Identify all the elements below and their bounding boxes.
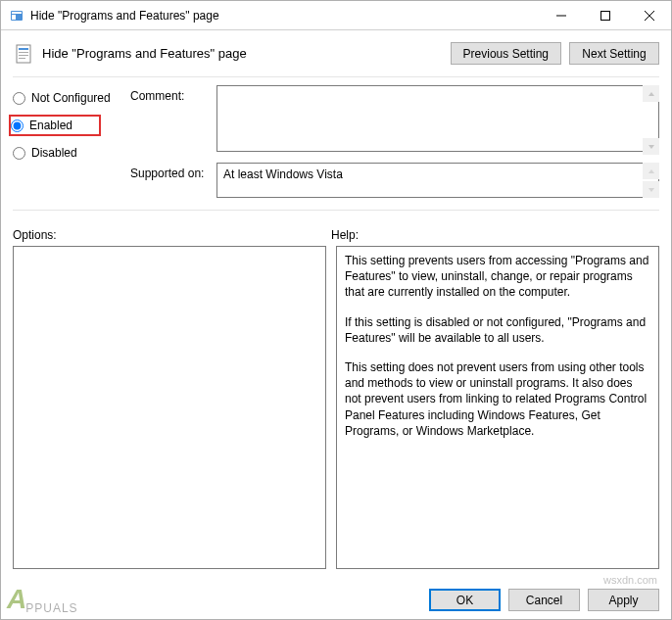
help-pane: This setting prevents users from accessi…: [336, 246, 659, 569]
help-label: Help:: [331, 228, 659, 242]
radio-enabled-label: Enabled: [29, 119, 72, 132]
svg-rect-8: [19, 48, 28, 50]
svg-rect-7: [17, 45, 30, 63]
titlebar: Hide "Programs and Features" page: [1, 1, 671, 30]
supported-label: Supported on:: [130, 163, 216, 198]
app-icon: [9, 8, 24, 24]
policy-icon: [13, 43, 34, 65]
help-paragraph: This setting does not prevent users from…: [345, 359, 650, 439]
svg-rect-9: [19, 52, 28, 53]
svg-rect-2: [12, 15, 16, 20]
svg-rect-4: [600, 11, 609, 20]
radio-not-configured-input[interactable]: [13, 92, 25, 105]
supported-scrollbar: [643, 163, 659, 198]
radio-disabled[interactable]: Disabled: [13, 144, 130, 162]
svg-rect-11: [19, 58, 25, 59]
header: Hide "Programs and Features" page Previo…: [1, 30, 671, 72]
maximize-button[interactable]: [583, 1, 627, 29]
comment-textarea[interactable]: [216, 85, 659, 152]
cancel-button[interactable]: Cancel: [508, 589, 580, 611]
radio-enabled-input[interactable]: [11, 119, 24, 132]
divider: [13, 76, 659, 77]
scroll-up-icon: [643, 163, 659, 179]
svg-rect-10: [19, 55, 28, 56]
radio-not-configured-label: Not Configured: [31, 91, 111, 105]
close-button[interactable]: [627, 1, 671, 29]
scroll-down-icon[interactable]: [643, 138, 659, 155]
watermark-site: wsxdn.com: [603, 574, 657, 586]
help-paragraph: This setting prevents users from accessi…: [345, 253, 650, 301]
window-title: Hide "Programs and Features" page: [30, 9, 539, 23]
watermark-text: PPUALS: [25, 601, 77, 615]
scroll-down-icon: [643, 181, 659, 198]
policy-title: Hide "Programs and Features" page: [42, 46, 443, 61]
supported-value: At least Windows Vista: [216, 163, 659, 198]
options-label: Options:: [13, 228, 331, 242]
radio-disabled-label: Disabled: [31, 146, 77, 160]
comment-label: Comment:: [130, 85, 216, 155]
apply-button[interactable]: Apply: [588, 589, 659, 611]
radio-enabled[interactable]: Enabled: [11, 117, 99, 134]
state-radios: Not Configured Enabled Disabled: [13, 85, 130, 206]
minimize-button[interactable]: [539, 1, 583, 29]
footer: OK Cancel Apply: [429, 589, 659, 611]
radio-not-configured[interactable]: Not Configured: [13, 89, 130, 107]
help-paragraph: If this setting is disabled or not confi…: [345, 314, 650, 346]
previous-setting-button[interactable]: Previous Setting: [451, 42, 561, 65]
divider: [13, 210, 659, 211]
watermark-logo-icon: A: [7, 584, 27, 615]
ok-button[interactable]: OK: [429, 589, 501, 611]
radio-disabled-input[interactable]: [13, 147, 25, 160]
watermark-brand: A PPUALS: [7, 584, 78, 615]
options-pane: [13, 246, 326, 569]
dialog-window: Hide "Programs and Features" page Hide "…: [0, 0, 672, 620]
comment-scrollbar[interactable]: [643, 85, 659, 155]
scroll-up-icon[interactable]: [643, 85, 659, 102]
svg-rect-1: [12, 12, 22, 14]
next-setting-button[interactable]: Next Setting: [569, 42, 659, 65]
